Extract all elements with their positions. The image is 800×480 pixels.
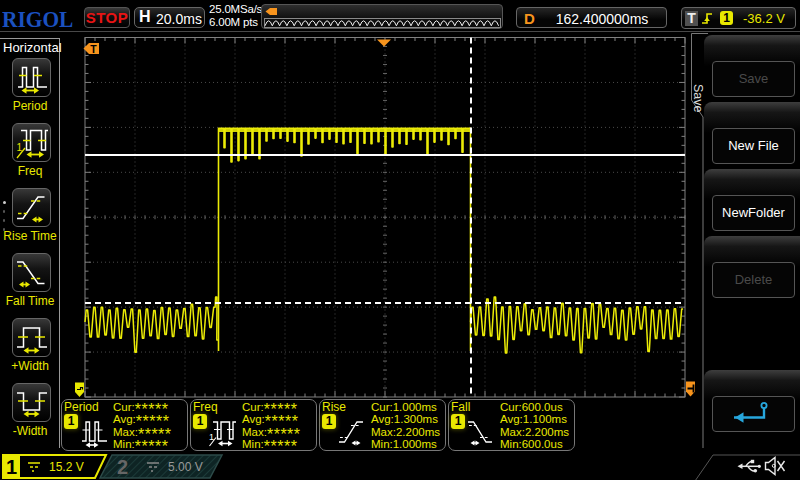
- svg-text:T: T: [90, 43, 97, 55]
- svg-text:2: 2: [117, 456, 128, 478]
- svg-text:1: 1: [6, 456, 17, 478]
- svg-text:15.2 V: 15.2 V: [49, 460, 84, 474]
- svg-text:5.00 V: 5.00 V: [168, 460, 203, 474]
